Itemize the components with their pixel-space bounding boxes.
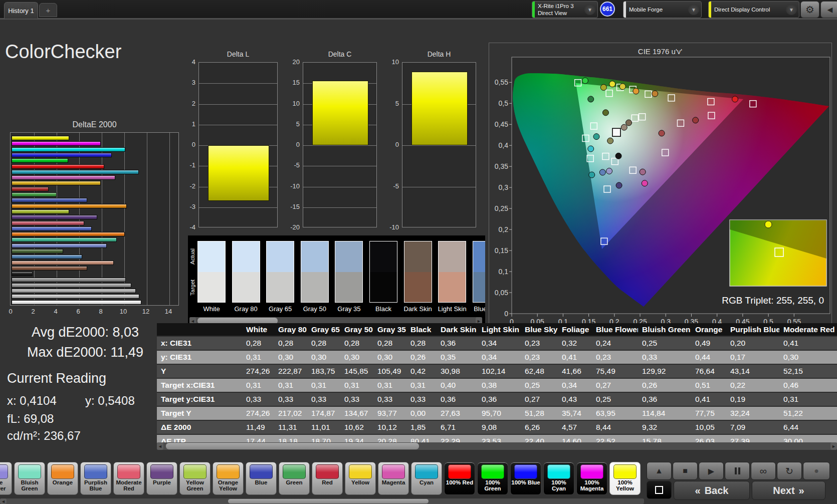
next-button[interactable]: Next » <box>752 481 825 500</box>
patch-button-100-red[interactable]: 100% Red <box>444 462 475 495</box>
patch-bar-scrollbar[interactable]: ◄ <box>0 498 644 504</box>
table-row-label: ΔE 2000 <box>157 420 242 434</box>
measurement-count-badge[interactable]: 661 <box>600 2 615 17</box>
swatch-strip: Actual Target WhiteGray 80Gray 65Gray 50… <box>188 235 485 329</box>
table-cell: 274,26 <box>242 364 274 378</box>
patch-button-100-magenta[interactable]: 100% Magenta <box>576 462 607 495</box>
svg-text:0,2: 0,2 <box>499 225 509 233</box>
back-button[interactable]: « Back <box>674 481 750 500</box>
swatch-label: Black <box>365 305 401 313</box>
table-column-header: Dark Skin <box>437 323 478 336</box>
tab-history-1[interactable]: History 1 <box>4 2 38 19</box>
collapse-panel-icon[interactable]: ◀ <box>820 1 837 18</box>
patch-button-orange-yellow[interactable]: Orange Yellow <box>213 462 244 495</box>
table-cell: 0,34 <box>478 350 521 364</box>
patch-color-chip <box>448 464 471 479</box>
loop-button[interactable]: ↻ <box>777 462 802 480</box>
cie-y-axis: 00,050,10,150,20,250,30,350,40,450,50,55 <box>495 78 512 318</box>
table-cell: 0,33 <box>406 392 437 406</box>
swatch-target <box>233 272 260 303</box>
patch-button-label: 100% Magenta <box>577 479 607 492</box>
table-cell: 51,28 <box>521 406 558 420</box>
back-chevrons-icon: « <box>695 485 701 496</box>
patch-button-100-green[interactable]: 100% Green <box>477 462 508 495</box>
workflow-dropdown[interactable]: Direct Display Control ▼ <box>708 1 799 18</box>
patch-button-purplish-blue[interactable]: Purplish Blue <box>80 462 111 495</box>
stop-button[interactable]: ■ <box>673 462 698 480</box>
swatch-label: Gray 35 <box>331 305 367 313</box>
table-scrollbar-thumb[interactable] <box>166 443 419 449</box>
deltae-x-tick: 14 <box>162 308 175 315</box>
swatch-light-skin <box>438 241 466 303</box>
status-indicator-button[interactable]: ● <box>803 462 830 480</box>
chevron-down-icon: ▼ <box>584 4 595 15</box>
patch-button-100-cyan[interactable]: 100% Cyan <box>543 462 574 495</box>
cie-chart-title: CIE 1976 u'v' <box>638 47 682 56</box>
table-cell: 35,74 <box>558 406 592 420</box>
table-cell: 217,02 <box>274 406 307 420</box>
pattern-window-button[interactable] <box>647 481 672 499</box>
patch-button-red[interactable]: Red <box>312 462 343 495</box>
swatch-target <box>404 272 432 303</box>
delta_l-chart <box>198 62 278 227</box>
swatch-row-label-actual: Actual <box>189 244 195 269</box>
patch-button-100-yellow[interactable]: 100% Yellow <box>609 462 641 495</box>
patch-button-yellow[interactable]: Yellow <box>345 462 376 495</box>
swatch-actual <box>267 241 294 272</box>
scroll-right-icon[interactable]: ► <box>830 442 837 450</box>
table-cell: 0,30 <box>373 350 406 364</box>
patch-button-cyan[interactable]: Cyan <box>411 462 442 495</box>
table-cell: 0,31 <box>307 378 340 392</box>
patch-button-magenta[interactable]: Magenta <box>378 462 409 495</box>
table-scrollbar[interactable]: ◄ ► <box>157 442 837 450</box>
patch-button-100-blue[interactable]: 100% Blue <box>510 462 541 495</box>
deltae-bar-orange <box>12 232 125 236</box>
table-cell: 0,41 <box>691 392 726 406</box>
gear-icon[interactable]: ⚙ <box>800 1 819 18</box>
up-arrow-button[interactable]: ▲ <box>647 462 672 480</box>
gridline <box>169 133 170 305</box>
patch-color-chip <box>217 464 240 479</box>
scroll-left-icon[interactable]: ◄ <box>0 498 7 504</box>
table-cell: 76,64 <box>691 364 726 378</box>
meter-dropdown[interactable]: X-Rite i1Pro 3Direct View ▼ <box>532 1 598 18</box>
play-button[interactable]: ▶ <box>699 462 724 480</box>
patch-button-blue[interactable]: Blue <box>246 462 277 495</box>
inset-measured-dot <box>765 221 772 228</box>
deltae-bar-red <box>12 187 49 191</box>
patch-button-yellow-green[interactable]: Yellow Green <box>179 462 211 495</box>
table-cell: 0,25 <box>592 392 638 406</box>
table-cell: 6,71 <box>437 420 478 434</box>
table-cell: 134,67 <box>340 406 373 420</box>
patch-button-purple[interactable]: Purple <box>146 462 177 495</box>
swatch-label: Light Skin <box>434 305 470 313</box>
patch-button-bluish-green[interactable]: Bluish Green <box>14 462 45 495</box>
deltae-bar-purple <box>12 215 97 219</box>
table-cell: 0,36 <box>437 336 478 350</box>
patch-button-blue-flower[interactable]: Blue Flower <box>0 462 12 495</box>
scroll-left-icon[interactable]: ◄ <box>157 442 163 450</box>
patch-button-orange[interactable]: Orange <box>47 462 78 495</box>
source-dropdown[interactable]: Mobile Forge ▼ <box>623 1 702 18</box>
cie-measured-point <box>616 182 622 188</box>
patch-bar-scrollbar-thumb[interactable] <box>228 499 429 503</box>
delta-y-tick: 3 <box>181 79 195 86</box>
patch-button-green[interactable]: Green <box>279 462 310 495</box>
patch-button-label: Blue Flower <box>0 479 12 492</box>
delta-y-tick: -3 <box>181 203 195 210</box>
pause-button[interactable] <box>725 462 750 480</box>
patch-color-chip <box>415 464 438 479</box>
table-column-header: Purplish Blue <box>726 323 779 336</box>
table-column-header: Blue Flower <box>592 323 638 336</box>
deltae-bar-100-yellow <box>12 136 69 140</box>
cie-measured-point <box>615 153 621 159</box>
swatch-label: Blue Sky <box>469 305 485 313</box>
add-tab-button[interactable]: + <box>39 3 57 17</box>
delta_h-bar <box>411 72 468 145</box>
deltae-bar-gray-80 <box>12 294 139 299</box>
table-cell: 11,31 <box>274 420 307 434</box>
continuous-measure-button[interactable]: ∞ <box>751 462 776 480</box>
delta-y-tick: -15 <box>286 203 300 210</box>
patch-button-moderate-red[interactable]: Moderate Red <box>113 462 144 495</box>
table-cell: 0,43 <box>558 392 592 406</box>
